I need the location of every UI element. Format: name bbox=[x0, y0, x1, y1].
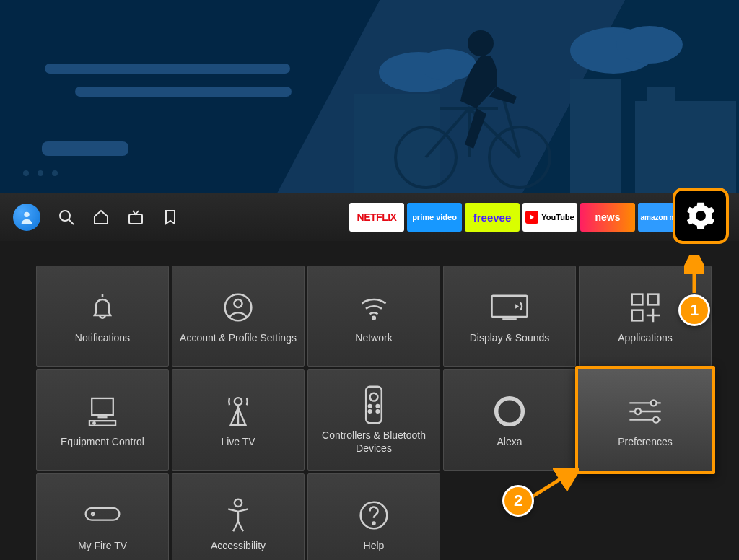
antenna-icon bbox=[222, 394, 254, 429]
svg-point-3 bbox=[616, 26, 683, 64]
alexa-icon bbox=[494, 395, 525, 427]
settings-card-help[interactable]: Help bbox=[307, 473, 440, 560]
settings-card-account[interactable]: Account & Profile Settings bbox=[172, 266, 305, 367]
app-tile-label: YouTube bbox=[541, 213, 574, 222]
card-label: My Fire TV bbox=[78, 539, 127, 552]
app-tile-youtube[interactable]: YouTube bbox=[522, 203, 577, 232]
svg-rect-24 bbox=[632, 294, 643, 305]
annotation-badge-2: 2 bbox=[502, 485, 534, 517]
card-label: Applications bbox=[618, 331, 673, 344]
svg-rect-27 bbox=[92, 398, 113, 415]
settings-card-livetv[interactable]: Live TV bbox=[172, 369, 305, 471]
apps-icon bbox=[629, 292, 661, 323]
card-label: Preferences bbox=[618, 435, 672, 448]
settings-card-myfiretv[interactable]: My Fire TV bbox=[36, 473, 169, 560]
svg-rect-14 bbox=[129, 214, 142, 224]
profile-icon bbox=[19, 209, 35, 225]
svg-rect-5 bbox=[570, 79, 621, 193]
gear-icon bbox=[686, 201, 716, 231]
app-tile-freevee[interactable]: freevee bbox=[465, 203, 520, 232]
settings-card-display[interactable]: Display & Sounds bbox=[443, 266, 576, 367]
hero-placeholder-line bbox=[45, 64, 290, 74]
settings-gear-button[interactable] bbox=[673, 188, 729, 244]
card-label: Notifications bbox=[75, 331, 130, 344]
card-label: Account & Profile Settings bbox=[180, 331, 297, 344]
bookmark-icon[interactable] bbox=[162, 209, 179, 226]
svg-point-31 bbox=[235, 398, 242, 405]
nav-bar: NETFLIX prime video freevee YouTube news… bbox=[0, 193, 739, 241]
card-label: Controllers & Bluetooth Devices bbox=[312, 429, 435, 455]
accessibility-icon bbox=[224, 498, 253, 533]
settings-card-equipment[interactable]: Equipment Control bbox=[36, 369, 169, 471]
sliders-icon bbox=[627, 395, 663, 427]
hero-illustration bbox=[332, 0, 736, 193]
svg-point-20 bbox=[235, 299, 242, 307]
bell-icon bbox=[87, 292, 118, 323]
annotation-arrow bbox=[528, 468, 579, 501]
settings-card-preferences[interactable]: Preferences bbox=[575, 366, 715, 474]
svg-point-40 bbox=[651, 400, 657, 406]
annotation-badge-1: 1 bbox=[678, 294, 710, 326]
hero-banner bbox=[0, 0, 739, 193]
home-icon[interactable] bbox=[92, 209, 110, 226]
svg-point-44 bbox=[653, 417, 659, 423]
settings-card-notifications[interactable]: Notifications bbox=[36, 266, 169, 367]
card-label: Accessibility bbox=[211, 539, 266, 552]
hero-placeholder-line bbox=[75, 87, 292, 97]
hero-pager-dots bbox=[23, 170, 58, 176]
svg-point-33 bbox=[370, 393, 378, 401]
live-icon[interactable] bbox=[127, 209, 144, 226]
card-label: Display & Sounds bbox=[470, 331, 550, 344]
app-tile-news[interactable]: news bbox=[580, 203, 635, 232]
app-tiles-row: NETFLIX prime video freevee YouTube news… bbox=[349, 203, 726, 232]
equipment-icon bbox=[86, 395, 119, 428]
wifi-icon bbox=[358, 292, 390, 323]
card-label: Live TV bbox=[221, 435, 255, 448]
svg-point-49 bbox=[373, 522, 375, 525]
svg-line-51 bbox=[533, 472, 572, 496]
svg-rect-7 bbox=[647, 87, 675, 104]
settings-card-controllers[interactable]: Controllers & Bluetooth Devices bbox=[307, 369, 440, 471]
hero-placeholder-button bbox=[42, 141, 128, 156]
firetv-icon bbox=[84, 506, 121, 525]
svg-rect-26 bbox=[632, 310, 643, 321]
app-tile-primevideo[interactable]: prime video bbox=[407, 203, 462, 232]
svg-point-34 bbox=[369, 405, 372, 408]
svg-point-21 bbox=[372, 317, 375, 320]
search-icon[interactable] bbox=[58, 209, 75, 226]
svg-point-12 bbox=[60, 211, 70, 221]
svg-point-37 bbox=[377, 410, 380, 413]
account-icon bbox=[222, 292, 254, 323]
annotation-arrow bbox=[684, 255, 704, 296]
settings-card-accessibility[interactable]: Accessibility bbox=[172, 473, 305, 560]
svg-point-38 bbox=[497, 398, 523, 425]
svg-rect-25 bbox=[648, 294, 659, 305]
profile-button[interactable] bbox=[13, 204, 40, 231]
remote-icon bbox=[364, 385, 384, 424]
card-label: Equipment Control bbox=[61, 435, 144, 448]
svg-point-47 bbox=[235, 499, 242, 507]
svg-point-36 bbox=[369, 410, 372, 413]
settings-card-network[interactable]: Network bbox=[307, 266, 440, 367]
svg-point-35 bbox=[377, 405, 380, 408]
card-label: Help bbox=[364, 539, 385, 552]
svg-point-46 bbox=[92, 513, 94, 515]
settings-card-alexa[interactable]: Alexa bbox=[443, 369, 576, 471]
card-label: Alexa bbox=[497, 435, 522, 448]
svg-point-30 bbox=[93, 422, 95, 424]
app-tile-netflix[interactable]: NETFLIX bbox=[349, 203, 404, 232]
card-label: Network bbox=[355, 331, 392, 344]
youtube-icon bbox=[525, 211, 538, 224]
svg-rect-6 bbox=[635, 101, 736, 193]
svg-point-1 bbox=[419, 49, 476, 81]
svg-rect-45 bbox=[86, 508, 120, 520]
svg-point-11 bbox=[24, 212, 29, 217]
display-icon bbox=[491, 293, 528, 322]
settings-grid: Notifications Account & Profile Settings… bbox=[0, 241, 739, 560]
svg-point-10 bbox=[468, 30, 494, 56]
svg-rect-4 bbox=[354, 94, 440, 193]
svg-line-13 bbox=[69, 219, 74, 224]
svg-point-42 bbox=[635, 408, 641, 414]
help-icon bbox=[358, 499, 390, 531]
